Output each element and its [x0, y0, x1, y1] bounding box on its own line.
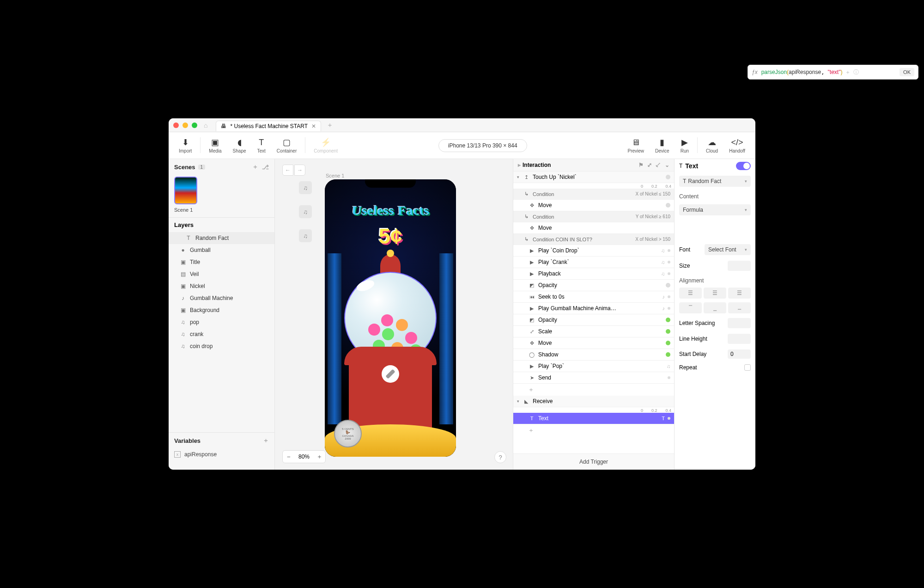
container-button[interactable]: ▢Container — [271, 137, 302, 153]
sound-layer-icon[interactable]: ♫ — [299, 229, 312, 242]
condition-row[interactable]: ↳Condition COIN IN SLOT?X of Nickel > 15… — [513, 234, 674, 245]
layer-row[interactable]: TRandom Fact — [169, 232, 274, 244]
enable-toggle[interactable] — [736, 162, 751, 170]
scene-settings-icon[interactable]: ⎇ — [262, 164, 269, 171]
cloud-button[interactable]: ☁Cloud — [700, 137, 723, 153]
action-row[interactable]: ✥Move — [513, 337, 674, 349]
start-delay-input[interactable]: 0 — [728, 349, 751, 359]
price-graphic: 5¢ — [378, 224, 402, 249]
device-button[interactable]: ▮Device — [650, 137, 675, 153]
action-row[interactable]: ◯Shadow — [513, 349, 674, 361]
minimize-window-button[interactable] — [182, 122, 188, 128]
valign-bottom-button[interactable]: ⎽ — [728, 302, 751, 313]
action-row[interactable]: ✥Move — [513, 222, 674, 234]
flag-icon[interactable]: ⚑ — [638, 162, 644, 168]
layer-label: crank — [190, 331, 203, 337]
close-window-button[interactable] — [173, 122, 179, 128]
trigger-header[interactable]: ▾↥Touch Up `Nickel` — [513, 172, 674, 183]
valign-middle-button[interactable]: ⎯ — [704, 302, 726, 313]
action-row[interactable]: ▶Play Gumball Machine Anima…♪ — [513, 303, 674, 314]
layer-row[interactable]: ●Gumball — [169, 244, 274, 256]
add-action-button[interactable]: ＋ — [513, 384, 674, 396]
action-row[interactable]: ⏮Seek to 0s♪ — [513, 291, 674, 303]
align-center-button[interactable]: ☰ — [704, 288, 726, 299]
scene-thumbnail[interactable] — [174, 177, 197, 204]
shape-button[interactable]: ◖Shape — [227, 137, 252, 153]
preview-button[interactable]: 🖥Preview — [622, 137, 650, 153]
close-tab-icon[interactable]: ✕ — [311, 123, 316, 129]
repeat-checkbox[interactable] — [744, 364, 751, 371]
collapse-icon[interactable]: ⌄ — [665, 162, 669, 168]
size-input[interactable] — [728, 261, 751, 271]
font-dropdown[interactable]: Select Font ▾ — [705, 244, 751, 255]
action-icon: ▶ — [528, 363, 535, 369]
scene-label[interactable]: Scene 1 — [174, 207, 269, 213]
condition-row[interactable]: ↳ConditionX of Nickel ≤ 150 — [513, 189, 674, 200]
layer-row[interactable]: ♫pop — [169, 316, 274, 328]
handoff-button[interactable]: </>Handoff — [723, 137, 751, 153]
action-row[interactable]: ⤢Scale — [513, 326, 674, 337]
expand-icon[interactable]: ⤢ — [647, 162, 652, 168]
action-icon: ◯ — [528, 352, 535, 358]
import-button[interactable]: ⬇Import — [173, 137, 197, 153]
help-button[interactable]: ? — [494, 451, 506, 463]
zoom-out-button[interactable]: − — [283, 451, 295, 463]
device-frame[interactable]: Useless Facts 5¢ — [325, 179, 456, 457]
letter-spacing-input[interactable] — [728, 318, 751, 328]
link-icon[interactable]: ⸔ — [656, 162, 661, 168]
add-scene-icon[interactable]: ＋ — [252, 163, 258, 171]
variable-row[interactable]: x apiResponse — [169, 448, 274, 460]
add-action-button[interactable]: ＋ — [513, 424, 674, 436]
sound-layer-icon[interactable]: ♫ — [299, 181, 312, 194]
home-icon[interactable]: ⌂ — [204, 122, 207, 129]
nickel-coin[interactable]: 5 CENTS 🦫 CANADA 2009 — [334, 420, 362, 447]
align-right-button[interactable]: ☰ — [728, 288, 751, 299]
add-variable-icon[interactable]: ＋ — [263, 436, 269, 445]
play-icon: ▶ — [681, 137, 688, 147]
layer-row[interactable]: ▣Nickel — [169, 280, 274, 292]
sound-layer-icon[interactable]: ♫ — [299, 205, 312, 218]
action-row[interactable]: ◩Opacity — [513, 280, 674, 291]
canvas-area[interactable]: ← → ♫ ♫ ♫ Scene 1 Useless Facts 5¢ — [275, 159, 513, 470]
zoom-window-button[interactable] — [192, 122, 197, 128]
nav-back-button[interactable]: ← — [282, 165, 293, 176]
add-trigger-button[interactable]: Add Trigger — [513, 453, 674, 470]
machine-knob — [382, 365, 399, 383]
action-row[interactable]: ◩Opacity — [513, 314, 674, 326]
trigger-header[interactable]: ▾◣Receive — [513, 396, 674, 407]
action-row[interactable]: ▶Play `Crank`♫ — [513, 257, 674, 268]
layer-type-icon: ▤ — [180, 271, 186, 277]
monitor-icon: 🖥 — [632, 137, 640, 147]
chevron-right-icon[interactable]: ▸ — [518, 162, 521, 168]
layer-row[interactable]: ♫coin drop — [169, 340, 274, 352]
run-button[interactable]: ▶Run — [675, 137, 694, 153]
trigger-icon: ◣ — [523, 398, 530, 404]
condition-value: Y of Nickel ≥ 610 — [636, 214, 670, 219]
layer-row[interactable]: ▣Background — [169, 304, 274, 316]
action-type-icon: ♫ — [667, 363, 670, 369]
target-dropdown[interactable]: T Random Fact ▾ — [679, 176, 751, 187]
action-row[interactable]: ➤Send — [513, 372, 674, 384]
action-row[interactable]: ✥Move — [513, 200, 674, 211]
document-tab[interactable]: 🖶 * Useless Fact Machine START ✕ — [216, 121, 321, 131]
align-left-button[interactable]: ☰ — [679, 288, 702, 299]
layer-row[interactable]: ♪Gumball Machine — [169, 292, 274, 304]
media-button[interactable]: ▣Media — [203, 137, 227, 153]
zoom-in-button[interactable]: ＋ — [313, 451, 325, 463]
layer-row[interactable]: ♫crank — [169, 328, 274, 340]
new-tab-button[interactable]: ＋ — [327, 121, 333, 129]
action-row[interactable]: ▶Play `Pop`♫ — [513, 361, 674, 372]
layer-row[interactable]: ▣Title — [169, 256, 274, 268]
text-button[interactable]: TText — [252, 137, 271, 153]
device-selector[interactable]: iPhone 13/13 Pro 390 × 844 — [438, 139, 527, 152]
layer-row[interactable]: ▤Veil — [169, 268, 274, 280]
action-row[interactable]: TTextT — [513, 413, 674, 424]
valign-top-button[interactable]: ⎺ — [679, 302, 702, 313]
action-row[interactable]: ▶Play `Coin Drop`♫ — [513, 245, 674, 257]
action-row[interactable]: ▶Playback♫ — [513, 268, 674, 280]
condition-row[interactable]: ↳ConditionY of Nickel ≥ 610 — [513, 211, 674, 222]
line-height-input[interactable] — [728, 334, 751, 344]
nav-forward-button[interactable]: → — [294, 165, 305, 176]
action-icon: ✥ — [528, 202, 535, 208]
content-mode-dropdown[interactable]: Formula ▾ — [679, 204, 751, 215]
